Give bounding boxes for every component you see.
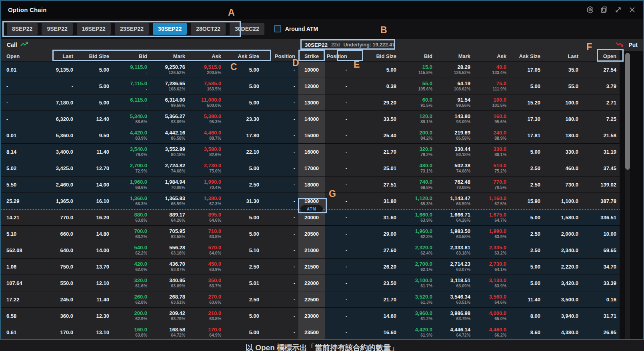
cell-put-mark[interactable]: 1,143.4766.59% xyxy=(436,193,474,209)
cell-put-mark[interactable]: 1,983.5063.58% xyxy=(436,226,474,242)
cell-call-bid[interactable]: 2,700.072.9% xyxy=(112,160,150,176)
cell-put-bid[interactable]: 3,100.061.7% xyxy=(400,275,436,291)
cell-put-mark[interactable]: 3,118.5163.09% xyxy=(436,275,474,291)
cell-call-bid[interactable]: 540.062.2% xyxy=(112,242,150,258)
cell-call-open[interactable]: 5.02 xyxy=(1,160,52,176)
cell-put-position[interactable]: - xyxy=(325,193,350,209)
cell-call-ask[interactable]: 570.064.0% xyxy=(188,242,224,258)
cell-call-mark[interactable]: 889.1764.26% xyxy=(150,209,188,225)
cell-put-ask-size[interactable]: 11.40 xyxy=(510,291,544,307)
cell-put-last[interactable]: 2,340.0 xyxy=(544,242,582,258)
cell-call-ask[interactable]: 350.063.7% xyxy=(188,275,224,291)
cell-put-ask[interactable]: 3,560.064.6% xyxy=(474,291,510,307)
cell-put-open[interactable]: 34.70 xyxy=(582,259,620,275)
cell-put-ask-size[interactable]: 5.00 xyxy=(510,144,544,160)
cell-call-mark[interactable]: 7,286.65108.62% xyxy=(150,78,188,94)
cell-put-mark[interactable]: 219.6986.58% xyxy=(436,127,474,143)
cell-call-mark[interactable]: 3,552.8980.18% xyxy=(150,144,188,160)
cell-put-ask-size[interactable]: 2.50 xyxy=(510,242,544,258)
cell-put-open[interactable]: 26.95 xyxy=(582,324,620,340)
cell-put-mark[interactable]: 502.3874.68% xyxy=(436,160,474,176)
cell-put-last[interactable]: 2,220.0 xyxy=(544,259,582,275)
cell-put-position[interactable]: - xyxy=(325,275,350,291)
cell-call-open[interactable]: 17.22 xyxy=(1,291,52,307)
cell-call-position[interactable]: - xyxy=(262,160,298,176)
cell-call-position[interactable]: - xyxy=(262,193,298,209)
cell-call-open[interactable]: 14.21 xyxy=(1,209,52,225)
cell-call-open[interactable]: - xyxy=(1,111,52,127)
cell-put-last[interactable]: 460.0 xyxy=(544,160,582,176)
cell-call-open[interactable]: 107.64 xyxy=(1,275,52,291)
cell-call-ask[interactable]: 450.063.9% xyxy=(188,259,224,275)
cell-put-mark[interactable]: 4,446.1464.72% xyxy=(436,324,474,340)
cell-put-bid[interactable]: 200.084.2% xyxy=(400,127,436,143)
cell-put-mark[interactable]: 64.19108.62% xyxy=(436,78,474,94)
cell-call-mark[interactable]: 2,724.8274.68% xyxy=(150,160,188,176)
cell-put-last[interactable]: 4,380.0 xyxy=(544,324,582,340)
scrollbar-thumb[interactable] xyxy=(625,53,630,170)
cell-put-ask-size[interactable]: 8.00 xyxy=(510,308,544,324)
cell-call-bid-size[interactable]: 11.40 xyxy=(76,291,112,307)
cell-call-last[interactable]: 770.0 xyxy=(52,209,76,225)
cell-call-position[interactable]: - xyxy=(262,242,298,258)
cell-put-position[interactable]: - xyxy=(325,111,350,127)
cell-call-bid[interactable]: 3,540.079.0% xyxy=(112,144,150,160)
cell-put-ask-size[interactable]: 2.50 xyxy=(510,226,544,242)
cell-put-ask[interactable]: 100.0101.5% xyxy=(474,94,510,110)
cell-put-bid-size[interactable]: 5.00 xyxy=(350,62,400,78)
cell-call-last[interactable]: 750.0 xyxy=(52,259,76,275)
cell-call-open[interactable]: 562.08 xyxy=(1,242,52,258)
cell-call-ask-size[interactable]: 17.80 xyxy=(224,127,262,143)
cell-call-position[interactable]: - xyxy=(262,209,298,225)
cell-call-bid-size[interactable]: 12.40 xyxy=(76,111,112,127)
cell-put-mark[interactable]: 91.5499.56% xyxy=(436,94,474,110)
expand-icon[interactable] xyxy=(614,6,622,14)
duplicate-window-icon[interactable] xyxy=(600,6,608,14)
cell-put-last[interactable]: 2,000.0 xyxy=(544,226,582,242)
cell-put-position[interactable]: - xyxy=(325,160,350,176)
cell-put-position[interactable]: - xyxy=(325,291,350,307)
cell-call-position[interactable]: - xyxy=(262,78,298,94)
cell-put-position[interactable]: - xyxy=(325,127,350,143)
tab-8sep22[interactable]: 8SEP22 xyxy=(7,23,38,35)
cell-call-bid-size[interactable]: 12.10 xyxy=(76,275,112,291)
cell-put-ask[interactable]: 3,130.063.9% xyxy=(474,275,510,291)
cell-put-last[interactable]: 3,500.0 xyxy=(544,291,582,307)
around-atm-checkbox[interactable] xyxy=(274,25,281,32)
cell-call-position[interactable]: - xyxy=(262,291,298,307)
cell-call-bid[interactable]: 5,340.088.6% xyxy=(112,111,150,127)
cell-put-ask[interactable]: 510.075.2% xyxy=(474,160,510,176)
cell-put-open[interactable]: 7.25 xyxy=(582,111,620,127)
cell-call-mark[interactable]: 705.9563.58% xyxy=(150,226,188,242)
cell-put-bid[interactable]: 60.091.5% xyxy=(400,94,436,110)
cell-call-position[interactable]: - xyxy=(262,275,298,291)
cell-put-open[interactable]: 27.54 xyxy=(582,62,620,78)
cell-call-position[interactable]: - xyxy=(262,62,298,78)
cell-call-bid[interactable]: 160.063.8% xyxy=(112,324,150,340)
cell-put-last[interactable]: 3,420.0 xyxy=(544,275,582,291)
cell-put-last[interactable]: 35.0 xyxy=(544,62,582,78)
cell-call-last[interactable]: 1,365.0 xyxy=(52,193,76,209)
cell-call-bid-size[interactable]: 16.10 xyxy=(76,193,112,209)
cell-call-position[interactable]: - xyxy=(262,308,298,324)
cell-put-bid[interactable]: 4,420.061.9% xyxy=(400,324,436,340)
cell-call-mark[interactable]: 168.5864.72% xyxy=(150,324,188,340)
cell-put-position[interactable]: - xyxy=(325,308,350,324)
cell-call-ask-size[interactable]: 5.00 xyxy=(224,324,262,340)
cell-put-bid-size[interactable]: 27.51 xyxy=(350,177,400,193)
cell-put-ask-size[interactable]: 17.30 xyxy=(510,111,544,127)
cell-call-position[interactable]: - xyxy=(262,144,298,160)
cell-put-ask-size[interactable]: 15.20 xyxy=(510,94,544,110)
cell-put-mark[interactable]: 1,666.7164.26% xyxy=(436,209,474,225)
cell-put-mark[interactable]: 2,333.8163.18% xyxy=(436,242,474,258)
cell-put-last[interactable]: 1,580.0 xyxy=(544,209,582,225)
cell-call-open[interactable]: 5.10 xyxy=(1,226,52,242)
cell-call-last[interactable]: 245.0 xyxy=(52,291,76,307)
cell-put-position[interactable]: - xyxy=(325,226,350,242)
cell-put-open[interactable]: 2.71 xyxy=(582,94,620,110)
cell-call-open[interactable]: 25.29 xyxy=(1,193,52,209)
cell-call-ask[interactable]: 4,460.088.7% xyxy=(188,127,224,143)
cell-call-mark[interactable]: 1,984.9470.08% xyxy=(150,177,188,193)
cell-call-bid[interactable]: 7,115.0- xyxy=(112,78,150,94)
cell-call-bid[interactable]: 1,960.068.6% xyxy=(112,177,150,193)
